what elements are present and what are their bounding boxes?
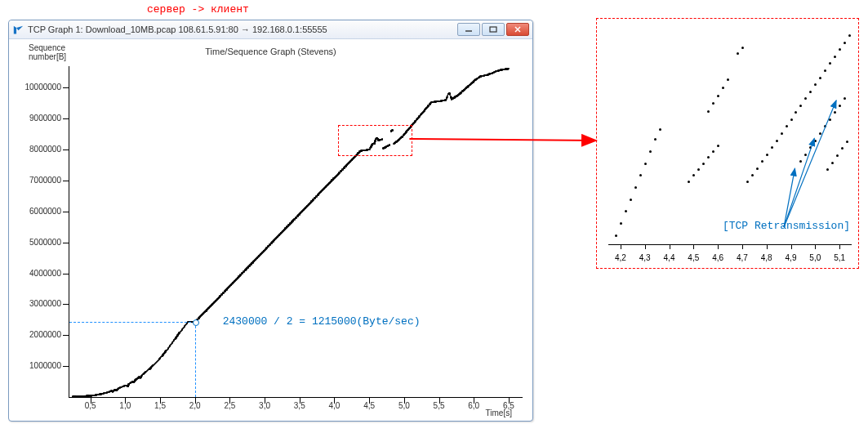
canvas: сервер -> клиент TCP Graph 1: Download_1… — [0, 0, 868, 424]
zoom-x-tick-label: 4,6 — [712, 253, 723, 262]
tcp-graph-window: TCP Graph 1: Download_10MB.pcap 108.61.5… — [8, 20, 533, 422]
x-tick-label: 1,0 — [119, 401, 131, 410]
zoom-x-tick-label: 4,9 — [786, 253, 797, 262]
x-tick-label: 5,5 — [434, 401, 445, 410]
window-buttons — [456, 23, 529, 36]
marker-point — [193, 319, 199, 326]
zoom-panel: 4,24,34,44,54,64,74,84,95,05,1 [TCP Retr… — [596, 18, 859, 269]
plot-area[interactable]: Time/Sequence Graph (Stevens) Sequencenu… — [9, 38, 532, 421]
titlebar[interactable]: TCP Graph 1: Download_10MB.pcap 108.61.5… — [9, 20, 532, 39]
zoom-x-tick-label: 4,5 — [688, 253, 699, 262]
x-tick-label: 5,0 — [398, 401, 410, 410]
x-tick-label: 3,5 — [294, 401, 305, 410]
zoom-x-tick-label: 4,8 — [761, 253, 772, 262]
plot-title: Time/Sequence Graph (Stevens) — [9, 47, 532, 56]
zoom-x-tick-label: 5,1 — [834, 253, 845, 262]
y-axis-label: Sequencenumber[B] — [29, 43, 66, 61]
maximize-button[interactable] — [482, 23, 505, 36]
zoom-x-tick-label: 5,0 — [809, 253, 821, 262]
x-tick-label: 3,0 — [259, 401, 270, 410]
retransmission-label: [TCP Retransmission] — [723, 220, 850, 232]
y-tick-label: 9000000 — [16, 114, 61, 123]
y-tick-label: 2000000 — [16, 330, 61, 339]
close-button[interactable] — [506, 23, 529, 36]
svg-rect-1 — [490, 27, 496, 32]
zoom-rect — [338, 125, 413, 156]
zoom-x-tick-label: 4,4 — [664, 253, 675, 262]
x-tick-label: 4,0 — [329, 401, 341, 410]
guide-horizontal — [69, 322, 195, 323]
x-tick-label: 4,5 — [363, 401, 375, 410]
y-tick-label: 3000000 — [16, 299, 61, 308]
y-tick-label: 4000000 — [16, 269, 61, 278]
y-tick-label: 8000000 — [16, 145, 61, 154]
minimize-button[interactable] — [457, 23, 480, 36]
zoom-x-tick-label: 4,3 — [639, 253, 651, 262]
throughput-calc: 2430000 / 2 = 1215000(Byte/sec) — [223, 315, 421, 328]
x-tick-label: 2,0 — [189, 401, 201, 410]
zoom-x-tick-label: 4,2 — [615, 253, 626, 262]
zoom-x-tick-label: 4,7 — [737, 253, 748, 262]
x-tick-label: 6,5 — [503, 401, 514, 410]
y-tick-label: 7000000 — [16, 176, 61, 185]
axes: 1000000200000030000004000000500000060000… — [69, 66, 523, 398]
x-tick-label: 2,5 — [224, 401, 235, 410]
y-tick-label: 6000000 — [16, 207, 61, 216]
direction-note: сервер -> клиент — [147, 3, 249, 16]
guide-vertical — [195, 322, 196, 397]
y-tick-label: 5000000 — [16, 238, 61, 247]
window-title: TCP Graph 1: Download_10MB.pcap 108.61.5… — [28, 20, 456, 38]
x-tick-label: 1,5 — [154, 401, 166, 410]
y-tick-label: 1000000 — [16, 361, 61, 370]
y-tick-label: 10000000 — [16, 83, 61, 91]
x-tick-label: 0,5 — [85, 401, 96, 410]
zoom-axes: 4,24,34,44,54,64,74,84,95,05,1 — [608, 25, 852, 245]
wireshark-icon — [13, 25, 24, 35]
x-tick-label: 6,0 — [468, 401, 479, 410]
